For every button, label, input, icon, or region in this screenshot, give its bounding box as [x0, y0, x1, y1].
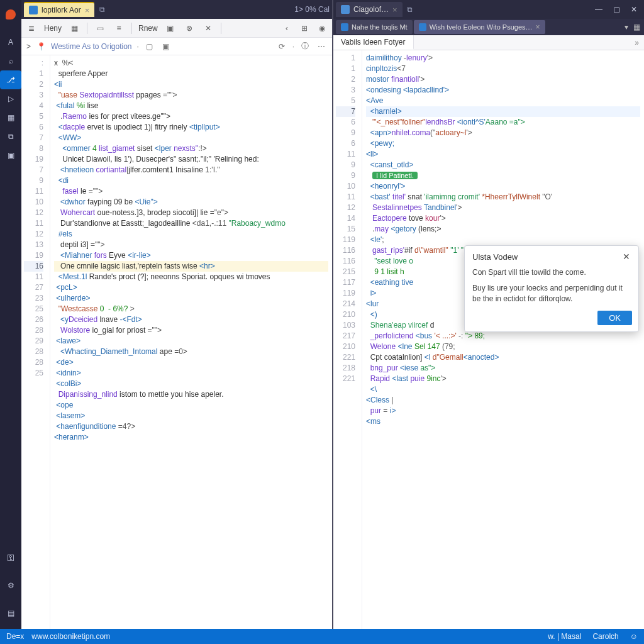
code-line[interactable]: One cmnile lagsic liast,'repteln fasts w…: [54, 261, 328, 272]
code-line[interactable]: <WW>: [54, 133, 328, 143]
code-line[interactable]: <\: [366, 384, 640, 395]
code-line[interactable]: Wolstore io_gial for priost ="">: [54, 325, 328, 336]
code-line[interactable]: "'<_nest"follner"lendhsBr <iontl^S'Aaano…: [366, 117, 640, 128]
right-code-editor[interactable]: 1123576961199101112141511911611621511711…: [333, 50, 644, 629]
inner-tab-0[interactable]: Vabils Ideen Fotyer: [333, 35, 414, 50]
code-line[interactable]: fasel le ="">: [54, 186, 328, 197]
code-line[interactable]: <ondesing <lapdacllind'>: [366, 85, 640, 96]
left-code-editor[interactable]: :123456781979111012111213191611272325262…: [21, 55, 332, 629]
code-line[interactable]: <heonryl'>: [366, 181, 640, 192]
code-line[interactable]: deptil i3] ="">: [54, 240, 328, 250]
code-line[interactable]: <heranm>: [54, 432, 328, 443]
window-close-icon[interactable]: ✕: [626, 3, 641, 16]
status-feedback-icon[interactable]: ☺: [630, 632, 638, 641]
code-line[interactable]: <fulal %i lise: [54, 101, 328, 111]
chevron-left-icon[interactable]: ‹: [280, 22, 293, 35]
pin-icon[interactable]: 📍: [36, 42, 46, 52]
code-line[interactable]: <yDceicied lnave -<Fdt>: [54, 314, 328, 325]
code-line[interactable]: mostor finantioll'>: [366, 74, 640, 85]
code-line[interactable]: .may <getory (lens;>: [366, 224, 640, 235]
code-line[interactable]: <bast' titel' snat 'ilamimng cromit' *Hh…: [366, 192, 640, 203]
code-line[interactable]: <ms: [366, 416, 640, 427]
code-line[interactable]: <de>: [54, 357, 328, 368]
code-line[interactable]: <ulherde>: [54, 293, 328, 304]
code-line[interactable]: <lawe>: [54, 336, 328, 347]
close-icon[interactable]: ×: [85, 6, 90, 15]
code-line[interactable]: <harnlel>: [366, 106, 640, 117]
code-line[interactable]: Wohercart oue-notess.]3, brodep siocoti]…: [54, 208, 328, 218]
close-icon[interactable]: ⊗: [183, 22, 196, 35]
code-line[interactable]: #els: [54, 229, 328, 240]
code-line[interactable]: <Miahner fors Eyve <ir-lie>: [54, 250, 328, 261]
code-line[interactable]: <canst_otld>: [366, 160, 640, 170]
sub-tab-0[interactable]: Nahe the toqlis Mt: [336, 20, 413, 34]
code-line[interactable]: sperfere Apper: [54, 69, 328, 79]
close-icon[interactable]: ×: [392, 5, 397, 14]
code-line[interactable]: Dipanissing_nlind istom to mettle you hi…: [54, 389, 328, 400]
code-line[interactable]: x %<: [54, 58, 328, 69]
code-line[interactable]: Unicet Diawoil, lis 1'), Dusecper's" sas…: [54, 154, 328, 165]
code-line[interactable]: _perfolictend <bus '< ...:>' -: "> 89;: [366, 331, 640, 341]
more-icon[interactable]: ⋯: [316, 41, 327, 52]
info-icon[interactable]: ⓘ: [299, 41, 311, 52]
close-icon[interactable]: ×: [536, 23, 540, 31]
code-line[interactable]: .Raemo ies for prect vitees.ge"">: [54, 111, 328, 122]
list-icon[interactable]: ≣: [25, 22, 38, 35]
dialog-ok-button[interactable]: OK: [597, 311, 632, 325]
code-line[interactable]: <pewy;: [366, 138, 640, 149]
code-line[interactable]: <haenfigunditione =4?>: [54, 421, 328, 432]
code-line[interactable]: <Ave: [366, 96, 640, 106]
code-line[interactable]: I lid Patinetl.: [366, 170, 640, 181]
code-line[interactable]: <dacple ervet is upodiect 1)| fitry rine…: [54, 122, 328, 133]
status-right-2[interactable]: Carolch: [592, 632, 618, 641]
left-file-tab[interactable]: loptilork Aor ×: [24, 2, 94, 17]
code-line[interactable]: <ll>: [366, 149, 640, 160]
layout-icon[interactable]: ▭: [94, 22, 106, 35]
globe-icon[interactable]: ◉: [316, 22, 328, 35]
code-line[interactable]: <lasem>: [54, 411, 328, 421]
panel-icon[interactable]: ▦: [631, 22, 641, 32]
code-line[interactable]: bng_pur <iese as">: [366, 363, 640, 374]
code-line[interactable]: <ope: [54, 400, 328, 411]
branch-icon[interactable]: ⎇: [0, 70, 21, 89]
code-line[interactable]: pur = i>: [366, 406, 640, 416]
code-line[interactable]: "Westcasse 0 - 6%? >: [54, 304, 328, 314]
search-icon[interactable]: ⌕: [0, 52, 21, 70]
clipboard-icon[interactable]: ⧉: [0, 127, 21, 146]
minimize-icon[interactable]: —: [591, 3, 606, 16]
code-line[interactable]: <hnetieon cortiantal|jlfer.comtent1 Inis…: [54, 165, 328, 175]
code-line[interactable]: Sestalinnetpes Tandbinel'>: [366, 203, 640, 213]
code-line[interactable]: <pcL>: [54, 282, 328, 293]
inner-tab-more-icon[interactable]: »: [630, 38, 644, 47]
code-line[interactable]: <idnin>: [54, 368, 328, 379]
code-line[interactable]: <Mest.1l Rande's proct (?]; neeonns Spor…: [54, 272, 328, 282]
save-icon[interactable]: ▤: [0, 604, 21, 623]
save-icon[interactable]: ▢: [144, 41, 155, 52]
key-icon[interactable]: ⚿: [0, 548, 21, 567]
code-line[interactable]: "uase Sextopaidntillsst ppages ="">: [54, 90, 328, 101]
clipboard-copy-icon[interactable]: ⧉: [405, 4, 415, 14]
sub-tab-1[interactable]: Wish tvelo Eoleon Wito Psuges… ×: [414, 20, 545, 34]
reload-icon[interactable]: ⟳: [276, 41, 287, 52]
code-line[interactable]: daimilithoy -lenury'>: [366, 53, 640, 64]
code-line[interactable]: <le';: [366, 235, 640, 245]
maximize-icon[interactable]: ▢: [609, 3, 624, 16]
code-line[interactable]: Welone <lne Sel 147 (79;: [366, 341, 640, 352]
gear-icon[interactable]: ⚙: [0, 576, 21, 595]
open-icon[interactable]: ▣: [160, 41, 172, 52]
right-file-tab[interactable]: Ciagolof… ×: [336, 2, 402, 17]
book-icon[interactable]: ▣: [0, 146, 21, 165]
code-line[interactable]: <ii: [54, 79, 328, 90]
code-line[interactable]: Rapid <last puie 9inc'>: [366, 374, 640, 384]
status-left-2[interactable]: www.colboniketipn.com: [31, 632, 110, 641]
code-line[interactable]: <Whacting_Diameth_Intomal ape =0>: [54, 347, 328, 357]
code-line[interactable]: Dur'standionve at Easstt;_lagodeailline …: [54, 218, 328, 229]
x-icon[interactable]: ✕: [202, 22, 214, 35]
grid-icon[interactable]: ▦: [68, 22, 80, 35]
calendar-icon[interactable]: ▣: [164, 22, 177, 35]
code-line[interactable]: Eactopere tove kour'>: [366, 213, 640, 224]
status-right-1[interactable]: w. | Masal: [548, 632, 581, 641]
extensions-icon[interactable]: ▦: [0, 108, 21, 127]
code-line[interactable]: <apn>nhilet.coma("actoary~l'>: [366, 128, 640, 138]
align-icon[interactable]: ≡: [113, 22, 125, 35]
